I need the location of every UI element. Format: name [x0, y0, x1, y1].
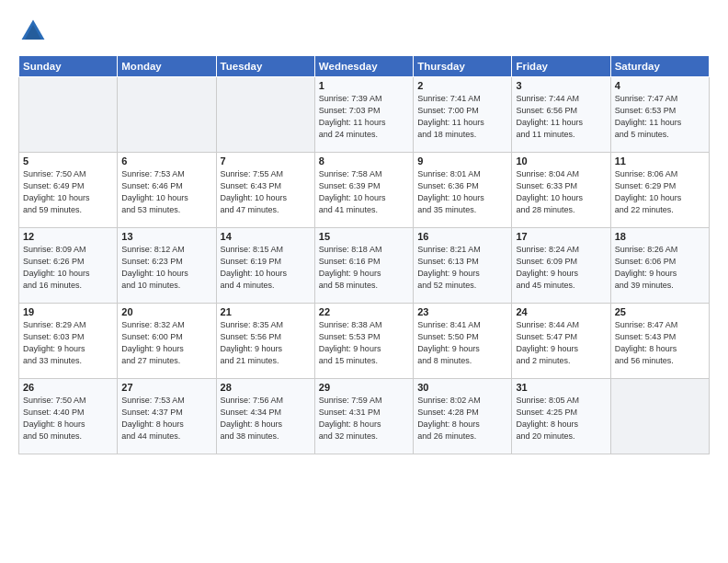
day-number: 14: [221, 231, 311, 242]
day-cell: [610, 379, 709, 454]
day-cell: 3Sunrise: 7:44 AM Sunset: 6:56 PM Daylig…: [512, 77, 610, 153]
day-cell: 6Sunrise: 7:53 AM Sunset: 6:46 PM Daylig…: [118, 153, 216, 228]
weekday-header-row: SundayMondayTuesdayWednesdayThursdayFrid…: [19, 56, 710, 77]
day-cell: 1Sunrise: 7:39 AM Sunset: 7:03 PM Daylig…: [314, 77, 413, 153]
week-row-1: 1Sunrise: 7:39 AM Sunset: 7:03 PM Daylig…: [19, 77, 710, 153]
weekday-header-tuesday: Tuesday: [216, 56, 314, 77]
weekday-header-wednesday: Wednesday: [314, 56, 413, 77]
day-number: 2: [417, 80, 507, 91]
day-number: 5: [23, 155, 113, 167]
day-info: Sunrise: 7:41 AM Sunset: 7:00 PM Dayligh…: [417, 93, 507, 141]
day-number: 22: [319, 306, 409, 317]
day-cell: 29Sunrise: 7:59 AM Sunset: 4:31 PM Dayli…: [314, 379, 413, 454]
day-number: 8: [319, 155, 409, 167]
day-cell: 26Sunrise: 7:50 AM Sunset: 4:40 PM Dayli…: [19, 379, 118, 454]
week-row-5: 26Sunrise: 7:50 AM Sunset: 4:40 PM Dayli…: [19, 379, 710, 454]
day-info: Sunrise: 8:09 AM Sunset: 6:26 PM Dayligh…: [23, 244, 113, 292]
day-number: 31: [516, 382, 606, 393]
day-info: Sunrise: 7:50 AM Sunset: 4:40 PM Dayligh…: [23, 395, 113, 442]
page: SundayMondayTuesdayWednesdayThursdayFrid…: [0, 0, 728, 563]
day-info: Sunrise: 7:39 AM Sunset: 7:03 PM Dayligh…: [319, 93, 409, 141]
day-number: 1: [319, 80, 409, 91]
day-cell: 21Sunrise: 8:35 AM Sunset: 5:56 PM Dayli…: [216, 304, 314, 379]
day-cell: 27Sunrise: 7:53 AM Sunset: 4:37 PM Dayli…: [118, 379, 216, 454]
day-number: 19: [23, 306, 113, 317]
day-cell: 13Sunrise: 8:12 AM Sunset: 6:23 PM Dayli…: [118, 228, 216, 304]
day-number: 12: [23, 231, 113, 242]
weekday-header-thursday: Thursday: [414, 56, 512, 77]
day-number: 26: [23, 382, 113, 393]
day-number: 13: [121, 231, 211, 242]
day-cell: 19Sunrise: 8:29 AM Sunset: 6:03 PM Dayli…: [19, 304, 118, 379]
day-info: Sunrise: 7:59 AM Sunset: 4:31 PM Dayligh…: [319, 395, 409, 442]
day-cell: 7Sunrise: 7:55 AM Sunset: 6:43 PM Daylig…: [216, 153, 314, 228]
week-row-4: 19Sunrise: 8:29 AM Sunset: 6:03 PM Dayli…: [19, 304, 710, 379]
day-number: 23: [417, 306, 507, 317]
day-number: 29: [319, 382, 409, 393]
day-cell: 17Sunrise: 8:24 AM Sunset: 6:09 PM Dayli…: [512, 228, 610, 304]
day-cell: 18Sunrise: 8:26 AM Sunset: 6:06 PM Dayli…: [610, 228, 709, 304]
day-cell: 24Sunrise: 8:44 AM Sunset: 5:47 PM Dayli…: [512, 304, 610, 379]
day-number: 28: [221, 382, 311, 393]
day-info: Sunrise: 8:05 AM Sunset: 4:25 PM Dayligh…: [516, 395, 606, 442]
day-number: 20: [121, 306, 211, 317]
day-cell: 16Sunrise: 8:21 AM Sunset: 6:13 PM Dayli…: [414, 228, 512, 304]
weekday-header-sunday: Sunday: [19, 56, 118, 77]
day-info: Sunrise: 8:06 AM Sunset: 6:29 PM Dayligh…: [615, 168, 705, 216]
day-number: 16: [417, 231, 507, 242]
day-info: Sunrise: 8:41 AM Sunset: 5:50 PM Dayligh…: [417, 319, 507, 367]
day-number: 7: [221, 155, 311, 167]
logo: [18, 17, 51, 46]
day-cell: [118, 77, 216, 153]
day-number: 4: [615, 80, 705, 91]
day-info: Sunrise: 7:53 AM Sunset: 4:37 PM Dayligh…: [121, 395, 211, 442]
day-number: 18: [615, 231, 705, 242]
day-info: Sunrise: 8:21 AM Sunset: 6:13 PM Dayligh…: [417, 244, 507, 292]
day-number: 3: [516, 80, 606, 91]
day-number: 30: [417, 382, 507, 393]
calendar: SundayMondayTuesdayWednesdayThursdayFrid…: [18, 55, 710, 454]
day-info: Sunrise: 7:58 AM Sunset: 6:39 PM Dayligh…: [319, 168, 409, 216]
day-cell: 25Sunrise: 8:47 AM Sunset: 5:43 PM Dayli…: [610, 304, 709, 379]
logo-icon: [18, 17, 48, 46]
day-number: 25: [615, 306, 705, 317]
day-cell: 9Sunrise: 8:01 AM Sunset: 6:36 PM Daylig…: [414, 153, 512, 228]
day-cell: 4Sunrise: 7:47 AM Sunset: 6:53 PM Daylig…: [610, 77, 709, 153]
day-info: Sunrise: 8:12 AM Sunset: 6:23 PM Dayligh…: [121, 244, 211, 292]
day-cell: 5Sunrise: 7:50 AM Sunset: 6:49 PM Daylig…: [19, 153, 118, 228]
day-info: Sunrise: 8:24 AM Sunset: 6:09 PM Dayligh…: [516, 244, 606, 292]
weekday-header-saturday: Saturday: [610, 56, 709, 77]
day-cell: 11Sunrise: 8:06 AM Sunset: 6:29 PM Dayli…: [610, 153, 709, 228]
day-number: 27: [121, 382, 211, 393]
week-row-2: 5Sunrise: 7:50 AM Sunset: 6:49 PM Daylig…: [19, 153, 710, 228]
day-info: Sunrise: 7:56 AM Sunset: 4:34 PM Dayligh…: [221, 395, 311, 442]
day-number: 9: [417, 155, 507, 167]
day-info: Sunrise: 8:38 AM Sunset: 5:53 PM Dayligh…: [319, 319, 409, 367]
day-number: 24: [516, 306, 606, 317]
day-info: Sunrise: 8:44 AM Sunset: 5:47 PM Dayligh…: [516, 319, 606, 367]
day-cell: 2Sunrise: 7:41 AM Sunset: 7:00 PM Daylig…: [414, 77, 512, 153]
day-cell: 10Sunrise: 8:04 AM Sunset: 6:33 PM Dayli…: [512, 153, 610, 228]
day-info: Sunrise: 7:44 AM Sunset: 6:56 PM Dayligh…: [516, 93, 606, 141]
day-cell: 31Sunrise: 8:05 AM Sunset: 4:25 PM Dayli…: [512, 379, 610, 454]
day-info: Sunrise: 8:01 AM Sunset: 6:36 PM Dayligh…: [417, 168, 507, 216]
day-number: 10: [516, 155, 606, 167]
day-info: Sunrise: 8:04 AM Sunset: 6:33 PM Dayligh…: [516, 168, 606, 216]
day-cell: 30Sunrise: 8:02 AM Sunset: 4:28 PM Dayli…: [414, 379, 512, 454]
day-info: Sunrise: 8:35 AM Sunset: 5:56 PM Dayligh…: [221, 319, 311, 367]
header: [18, 17, 710, 46]
day-info: Sunrise: 7:47 AM Sunset: 6:53 PM Dayligh…: [615, 93, 705, 141]
day-info: Sunrise: 8:29 AM Sunset: 6:03 PM Dayligh…: [23, 319, 113, 367]
day-info: Sunrise: 8:15 AM Sunset: 6:19 PM Dayligh…: [221, 244, 311, 292]
day-number: 6: [121, 155, 211, 167]
week-row-3: 12Sunrise: 8:09 AM Sunset: 6:26 PM Dayli…: [19, 228, 710, 304]
day-cell: 20Sunrise: 8:32 AM Sunset: 6:00 PM Dayli…: [118, 304, 216, 379]
day-info: Sunrise: 8:32 AM Sunset: 6:00 PM Dayligh…: [121, 319, 211, 367]
day-cell: 12Sunrise: 8:09 AM Sunset: 6:26 PM Dayli…: [19, 228, 118, 304]
day-info: Sunrise: 8:47 AM Sunset: 5:43 PM Dayligh…: [615, 319, 705, 367]
day-info: Sunrise: 7:55 AM Sunset: 6:43 PM Dayligh…: [221, 168, 311, 216]
day-cell: 28Sunrise: 7:56 AM Sunset: 4:34 PM Dayli…: [216, 379, 314, 454]
day-cell: 8Sunrise: 7:58 AM Sunset: 6:39 PM Daylig…: [314, 153, 413, 228]
day-cell: [19, 77, 118, 153]
day-number: 21: [221, 306, 311, 317]
